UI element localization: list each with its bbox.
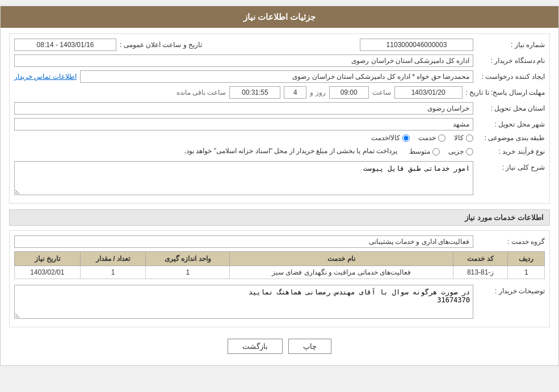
service-section-title: اطلاعات خدمات مورد نیاز <box>9 209 550 226</box>
col-date: تاریخ نیاز <box>15 252 81 266</box>
remaining-time-value: 00:31:55 <box>229 86 280 99</box>
remaining-label: ساعت باقی مانده <box>176 88 226 96</box>
purchase-motavasset[interactable]: متوسط <box>409 147 440 155</box>
category-kala-label: کالا <box>454 134 464 142</box>
province-label: استان محل تحویل : <box>477 104 545 112</box>
purchase-jozi[interactable]: جزیی <box>448 147 473 155</box>
col-row: ردیف <box>508 252 545 266</box>
purchase-type-label: نوع فرآیند خرید : <box>477 147 545 155</box>
deadline-date-value: 1403/01/20 <box>394 86 463 99</box>
purchase-type-radio-group: جزیی متوسط پرداخت تمام یا بخشی از مبلغ خ… <box>181 145 473 158</box>
need-number-value: 1103000046000003 <box>360 39 473 51</box>
buyer-org-label: نام دستگاه خریدار : <box>477 57 545 65</box>
service-group-label: گروه خدمت : <box>477 238 545 246</box>
category-khedmat-label: خدمت <box>418 134 436 142</box>
service-table: ردیف کد خدمت نام خدمت واحد اندازه گیری ت… <box>14 251 545 279</box>
category-label: طبقه بندی موضوعی : <box>477 134 545 142</box>
col-name: نام خدمت <box>230 252 453 266</box>
general-desc-label: شرح کلی نیاز : <box>477 161 545 171</box>
creator-label: ایجاد کننده درخواست : <box>477 73 545 81</box>
need-number-label: شماره نیاز : <box>477 41 545 49</box>
deadline-time-value: 09:00 <box>329 86 369 99</box>
time-label: ساعت <box>372 88 391 96</box>
col-unit: واحد اندازه گیری <box>146 252 230 266</box>
buyer-org-value: اداره کل دامپزشکی استان خراسان رضوی <box>14 54 473 67</box>
col-code: کد خدمت <box>453 252 508 266</box>
general-desc-textarea[interactable] <box>14 161 473 195</box>
category-option-kala-khedmat[interactable]: کالا/خدمت <box>371 134 410 142</box>
page-title: جزئیات اطلاعات نیاز <box>1 6 558 28</box>
deadline-label: مهلت ارسال پاسخ: تا تاریخ : <box>466 88 545 96</box>
purchase-note: پرداخت تمام یا بخشی از مبلغ خریدار از مح… <box>181 145 401 158</box>
province-value: خراسان رضوی <box>14 102 473 115</box>
col-qty: تعداد / مقدار <box>80 252 146 266</box>
buyer-desc-textarea[interactable] <box>14 285 473 319</box>
back-button[interactable]: بازگشت <box>228 339 283 354</box>
announce-datetime-label: تاریخ و ساعت اعلان عمومی : <box>120 41 202 49</box>
buyer-desc-label: توضیحات خریدار : <box>477 285 545 295</box>
deadline-days-value: 4 <box>284 86 306 99</box>
city-label: شهر محل تحویل : <box>477 120 545 128</box>
purchase-motavasset-label: متوسط <box>409 147 430 155</box>
table-row: 1ز-81-813فعالیت‌های خدماتی مراقبت و نگهد… <box>15 266 545 279</box>
print-button[interactable]: چاپ <box>288 339 331 354</box>
creator-value: محمدرضا حق خواه * اداره کل دامپزشکی استا… <box>80 70 473 83</box>
category-kala-khedmat-label: کالا/خدمت <box>371 134 400 142</box>
days-label: روز و <box>310 88 325 96</box>
category-radio-group: کالا خدمت کالا/خدمت <box>371 134 473 142</box>
button-row: چاپ بازگشت <box>9 333 550 360</box>
category-option-kala[interactable]: کالا <box>454 134 473 142</box>
announce-datetime-value: 1403/01/16 - 08:14 <box>14 39 116 51</box>
city-value: مشهد <box>14 118 473 130</box>
category-option-khedmat[interactable]: خدمت <box>418 134 445 142</box>
contact-link[interactable]: اطلاعات تماس خریدار <box>14 73 77 81</box>
purchase-jozi-label: جزیی <box>448 147 464 155</box>
service-group-value: فعالیت‌های اداری و خدمات پشتیبانی <box>14 235 473 248</box>
